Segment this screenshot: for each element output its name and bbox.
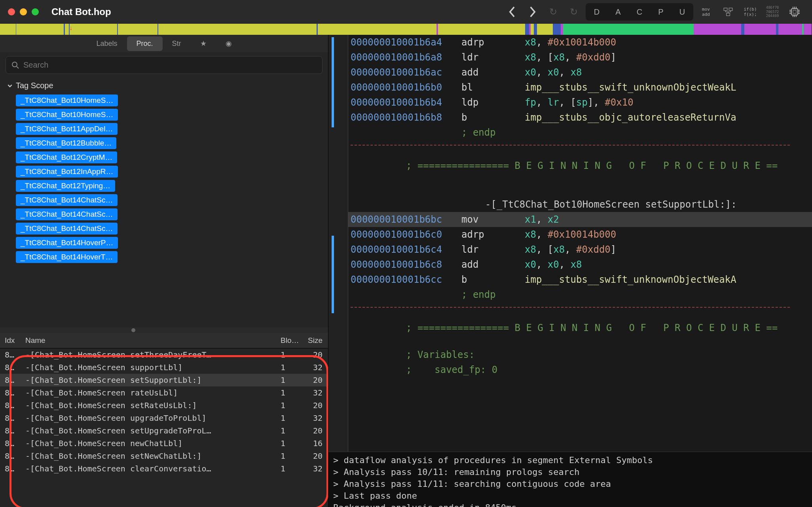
proc-idx: 8… [0,375,23,385]
navmap-segment[interactable] [537,24,553,35]
tag-item[interactable]: _TtC8Chat_Bot12Bubble… [16,137,116,149]
proc-table-row[interactable]: 8…-[Chat_Bot.HomeScreen clearConversatio… [0,462,328,475]
navmap-segment[interactable] [0,24,16,35]
tag-item[interactable]: _TtC8Chat_Bot14ChatSc… [16,194,118,206]
tag-item[interactable]: _TtC8Chat_Bot12CryptM… [16,151,117,163]
tag-item[interactable]: _TtC8Chat_Bot12Typing… [16,180,115,192]
proc-table-row[interactable]: 8…-[Chat_Bot.HomeScreen supportLbl]132 [0,361,328,374]
navigation-map[interactable]: ↓ [0,24,812,35]
navmap-segment[interactable] [118,24,157,35]
tag-item[interactable]: _TtC8Chat_Bot11AppDel… [16,123,118,135]
asm-address: 000000010001b6b0 [351,80,461,95]
tag-item[interactable]: _TtC8Chat_Bot14HoverP… [16,237,118,249]
disassembly-view[interactable]: 000000010001b6a4adrpx8, #0x10014b0000000… [328,35,812,452]
modify-instruction-button[interactable]: mov add [696,3,715,21]
col-name-header[interactable]: Name [23,336,281,345]
asm-line[interactable]: 000000010001b6c8addx0, x0, x8 [328,257,812,272]
proc-table-row[interactable]: 8…-[Chat_Bot.HomeScreen setSupportLbl:]1… [0,374,328,386]
tab-bookmarks[interactable]: ★ [191,36,216,51]
reload-button[interactable]: ↻ [565,4,582,20]
col-idx-header[interactable]: Idx [0,336,23,345]
tag-item[interactable]: _TtC8Chat_Bot14HoverT… [16,251,118,263]
proc-table-row[interactable]: 8…-[Chat_Bot.HomeScreen rateUsLbl]132 [0,386,328,399]
proc-blocks: 1 [281,375,304,385]
navmap-segment[interactable] [318,24,436,35]
asm-operands: imp___stubs__objc_autoreleaseReturnVa [525,110,736,125]
navmap-segment[interactable] [553,24,561,35]
tag-item[interactable]: _TtC8Chat_Bot10HomeS… [16,109,118,121]
proc-idx: 8… [0,451,23,461]
navmap-segment[interactable] [525,24,529,35]
scrollbar-thumb[interactable] [131,328,135,332]
navigator-icon[interactable] [719,3,738,21]
mode-data-button[interactable]: D [586,4,607,20]
tab-strings[interactable]: Str [163,36,191,51]
navmap-segment[interactable] [65,24,69,35]
asm-address: 000000010001b6a4 [351,35,461,50]
nav-back-button[interactable] [503,4,521,20]
asm-line[interactable]: 000000010001b6acaddx0, x0, x8 [328,65,812,80]
tab-record[interactable]: ◉ [216,36,241,51]
asm-line[interactable]: 000000010001b6b8bimp___stubs__objc_autor… [328,110,812,125]
endp-comment: ; endp [461,125,496,140]
proc-table-row[interactable]: 8…-[Chat_Bot.HomeScreen upgradeToProLbl]… [0,412,328,424]
proc-idx: 8… [0,350,23,359]
proc-table-row[interactable]: 8…-[Chat_Bot.HomeScreen setNewChatLbl:]1… [0,450,328,462]
asm-operands: x8, [x8, #0xdd0] [525,50,616,65]
navmap-segment[interactable] [438,24,525,35]
pseudocode-button[interactable]: if(b) f(x); [741,3,760,21]
navmap-segment[interactable] [804,24,812,35]
mode-hex-button[interactable]: U [672,4,692,20]
mode-pseudo-button[interactable]: P [651,4,671,20]
navmap-segment[interactable] [563,24,694,35]
maximize-window-button[interactable] [32,8,39,15]
asm-line[interactable]: 000000010001b6b0blimp___stubs__swift_unk… [328,80,812,95]
tag-item[interactable]: _TtC8Chat_Bot10HomeS… [16,95,118,106]
navmap-segment[interactable] [531,24,534,35]
close-window-button[interactable] [8,8,15,15]
navmap-segment[interactable] [16,24,64,35]
cpu-icon[interactable] [785,3,804,21]
tag-scope-header[interactable]: Tag Scope [6,78,323,93]
tag-item[interactable]: _TtC8Chat_Bot12InAppR… [16,166,118,178]
navmap-segment[interactable] [534,24,537,35]
proc-table-row[interactable]: 8…-[Chat_Bot.HomeScreen newChatLbl]116 [0,437,328,450]
proc-table-row[interactable]: 8…-[Chat_Bot.HomeScreen setThreeDayFreeT… [0,348,328,361]
nav-forward-button[interactable] [524,4,541,20]
sidebar-tabs: Labels Proc. Str ★ ◉ [0,35,328,52]
asm-line[interactable]: 000000010001b6a8ldrx8, [x8, #0xdd0] [328,50,812,65]
console-output[interactable]: > dataflow analysis of procedures in seg… [328,452,812,507]
col-size-header[interactable]: Size [304,336,328,345]
navmap-segment[interactable] [778,24,802,35]
search-input[interactable] [23,61,317,70]
col-blocks-header[interactable]: Blo… [281,336,304,345]
navmap-segment[interactable] [744,24,776,35]
proc-separator [351,307,790,308]
asm-line[interactable]: 000000010001b6c0adrpx8, #0x10014b000 [328,227,812,242]
tag-item[interactable]: _TtC8Chat_Bot14ChatSc… [16,223,118,235]
sidebar-scrollbar[interactable] [0,327,328,333]
tab-labels[interactable]: Labels [87,36,127,51]
asm-line[interactable]: 000000010001b6c4ldrx8, [x8, #0xdd0] [328,242,812,257]
navmap-segment[interactable] [158,24,317,35]
asm-line[interactable]: 000000010001b6b4ldpfp, lr, [sp], #0x10 [328,95,812,110]
proc-name: -[Chat_Bot.HomeScreen rateUsLbl] [23,388,281,397]
proc-table-row[interactable]: 8…-[Chat_Bot.HomeScreen setUpgradeToProL… [0,424,328,437]
asm-line[interactable]: 000000010001b6ccbimp___stubs__swift_unkn… [328,272,812,287]
navmap-segment[interactable] [694,24,741,35]
asm-address: 000000010001b6cc [351,272,461,287]
mode-asm-button[interactable]: A [608,4,628,20]
minimize-window-button[interactable] [20,8,27,15]
asm-line[interactable]: 000000010001b6bcmovx1, x2 [328,212,812,227]
refresh-button[interactable]: ↻ [544,4,562,20]
asm-line[interactable]: 000000010001b6a4adrpx8, #0x10014b000 [328,35,812,50]
asm-operands: x8, [x8, #0xdd0] [525,242,616,257]
proc-name: -[Chat_Bot.HomeScreen setSupportLbl:] [23,375,281,385]
tab-proc[interactable]: Proc. [127,36,163,51]
tag-item[interactable]: _TtC8Chat_Bot14ChatSc… [16,208,118,220]
hex-button[interactable]: 486f70 706572 204469 [763,3,782,21]
mode-cfg-button[interactable]: C [629,4,650,20]
proc-table-row[interactable]: 8…-[Chat_Bot.HomeScreen setRateUsLbl:]12… [0,399,328,412]
navmap-segment[interactable] [70,24,117,35]
navmap-segment[interactable] [741,24,744,35]
